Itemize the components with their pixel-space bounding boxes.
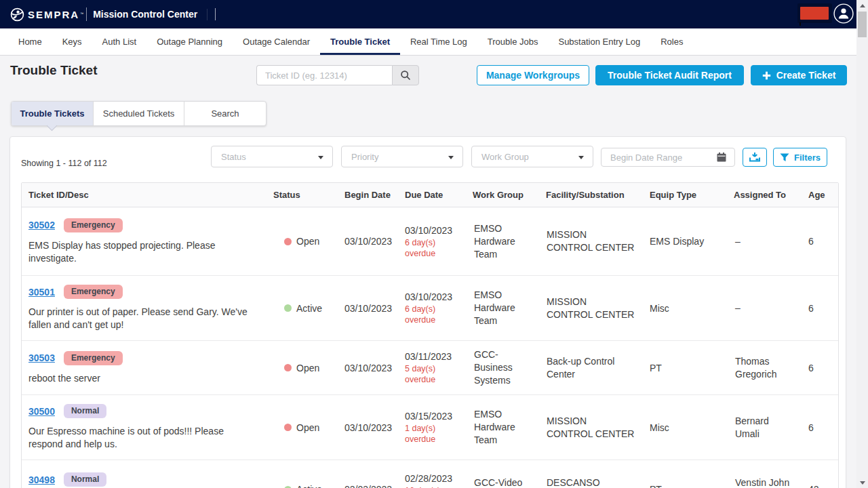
ticket-description: Our Espresso machine is out of pods!!! P… (28, 425, 260, 451)
user-avatar-icon[interactable] (833, 3, 854, 24)
download-button[interactable] (743, 148, 767, 167)
status-dot (284, 424, 292, 431)
facility-cell: DESCANSO (539, 476, 643, 488)
tab-search[interactable]: Search (184, 102, 266, 125)
work-group-cell: EMSO Hardware Team (466, 408, 539, 447)
search-button[interactable] (392, 65, 419, 85)
work-group-cell: EMSO Hardware Team (466, 289, 539, 327)
assigned-to-cell: Venstin John (727, 476, 802, 488)
column-header: Facility/Substation (539, 190, 643, 200)
main-nav: HomeKeysAuth ListOutage PlanningOutage C… (0, 28, 856, 56)
assigned-to-cell: Bernard Umali (727, 415, 802, 441)
ticket-row: 30501 Emergency Our printer is out of pa… (22, 275, 838, 340)
workgroup-filter-placeholder: Work Group (472, 152, 529, 162)
scrollbar-up-arrow-icon[interactable] (860, 4, 865, 7)
scrollbar-down-arrow-icon[interactable] (860, 481, 865, 485)
sempra-logo-icon (10, 7, 24, 22)
funnel-icon (780, 153, 789, 162)
status-label: Open (296, 422, 319, 433)
app-title: Mission Control Center (93, 9, 197, 20)
caret-down-icon (448, 156, 454, 159)
ticket-desc-cell: 30502 Emergency EMS Display has stopped … (22, 218, 267, 265)
priority-badge: Emergency (64, 351, 123, 365)
nav-item-keys[interactable]: Keys (52, 28, 92, 55)
nav-item-outage-planning[interactable]: Outage Planning (146, 28, 233, 55)
nav-item-trouble-ticket[interactable]: Trouble Ticket (320, 28, 400, 55)
facility-cell: MISSION CONTROL CENTER (539, 296, 643, 321)
begin-date-cell: 03/10/2023 (338, 303, 398, 314)
assigned-to-cell: – (727, 302, 802, 314)
brand-divider (86, 7, 87, 21)
status-cell: Open (267, 236, 338, 247)
overdue-label: 6 day(s) overdue (405, 304, 459, 325)
facility-cell: MISSION CONTROL CENTER (539, 228, 643, 254)
ticket-description: EMS Display has stopped projecting. Plea… (28, 239, 260, 265)
due-date-cell: 03/10/2023 6 day(s) overdue (398, 224, 466, 259)
workgroup-filter-select[interactable]: Work Group (471, 146, 593, 167)
alert-badge[interactable] (800, 7, 829, 20)
column-header: Work Group (466, 190, 539, 200)
nav-item-auth-list[interactable]: Auth List (92, 28, 147, 55)
trademark-mark: ™ (80, 12, 83, 16)
status-cell: Active (267, 484, 338, 488)
search-icon (400, 70, 411, 81)
nav-item-real-time-log[interactable]: Real Time Log (400, 28, 477, 55)
overdue-label: 1 day(s) overdue (405, 423, 459, 445)
assigned-to-cell: – (727, 235, 802, 248)
ticket-id-link[interactable]: 30501 (28, 287, 55, 298)
ticket-search-input[interactable] (256, 65, 392, 85)
ticket-id-link[interactable]: 30502 (28, 220, 55, 230)
age-cell: 6 (802, 363, 838, 373)
nav-item-home[interactable]: Home (8, 28, 52, 55)
plus-icon (762, 71, 771, 80)
begin-date-cell: 02/03/2023 (338, 484, 398, 488)
manage-workgroups-button[interactable]: Manage Workgroups (477, 65, 589, 85)
app-header: SEMPRA™ Mission Control Center (0, 0, 856, 28)
overdue-label: 16 day(s) overdue (405, 485, 459, 488)
table-header-row: Ticket ID/DescStatusBegin DateDue DateWo… (22, 183, 838, 207)
results-count: Showing 1 - 112 of 112 (21, 159, 107, 168)
tab-scheduled-tickets[interactable]: Scheduled Tickets (94, 102, 184, 125)
column-header: Assigned To (727, 190, 802, 200)
filters-button[interactable]: Filters (773, 148, 827, 167)
due-date: 03/15/2023 (405, 410, 459, 423)
create-ticket-button[interactable]: Create Ticket (751, 65, 847, 85)
filters-label: Filters (794, 152, 821, 163)
nav-item-trouble-jobs[interactable]: Trouble Jobs (477, 28, 549, 55)
age-cell: 6 (802, 236, 838, 247)
header-divider-dim (207, 9, 208, 20)
alert-tick (800, 22, 801, 26)
priority-filter-select[interactable]: Priority (341, 146, 463, 167)
work-group-cell: EMSO Hardware Team (466, 222, 539, 261)
nav-item-outage-calendar[interactable]: Outage Calendar (233, 28, 320, 55)
vertical-scrollbar[interactable] (856, 0, 868, 488)
scrollbar-thumb[interactable] (858, 12, 867, 37)
due-date: 03/10/2023 (405, 224, 459, 237)
ticket-row: 30502 Emergency EMS Display has stopped … (22, 207, 838, 275)
ticket-id-link[interactable]: 30503 (28, 352, 55, 363)
priority-badge: Normal (64, 404, 106, 418)
download-icon (749, 152, 760, 163)
ticket-desc-cell: 30500 Normal Our Espresso machine is out… (22, 404, 267, 451)
column-header: Equip Type (643, 190, 727, 200)
nav-item-substation-entry-log[interactable]: Substation Entry Log (548, 28, 650, 55)
status-filter-select[interactable]: Status (211, 146, 333, 167)
ticket-search (256, 65, 419, 85)
nav-item-roles[interactable]: Roles (650, 28, 693, 55)
status-cell: Open (267, 422, 338, 433)
caret-down-icon (318, 156, 323, 159)
ticket-row: 30500 Normal Our Espresso machine is out… (22, 394, 838, 460)
ticket-id-link[interactable]: 30498 (28, 474, 55, 485)
facility-cell: MISSION CONTROL CENTER (539, 415, 643, 441)
calendar-icon (717, 152, 726, 162)
begin-date-range-input[interactable]: Begin Date Range (601, 148, 735, 167)
status-dot (284, 364, 292, 371)
audit-report-button[interactable]: Trouble Ticket Audit Report (595, 65, 744, 85)
equip-type-cell: EMS Display (643, 236, 727, 247)
due-date-cell: 03/11/2023 5 day(s) overdue (398, 350, 466, 385)
status-cell: Active (267, 303, 338, 314)
equip-type-cell: PT (643, 363, 727, 373)
column-header: Status (267, 190, 338, 200)
overdue-label: 6 day(s) overdue (405, 237, 459, 259)
ticket-id-link[interactable]: 30500 (28, 406, 55, 417)
